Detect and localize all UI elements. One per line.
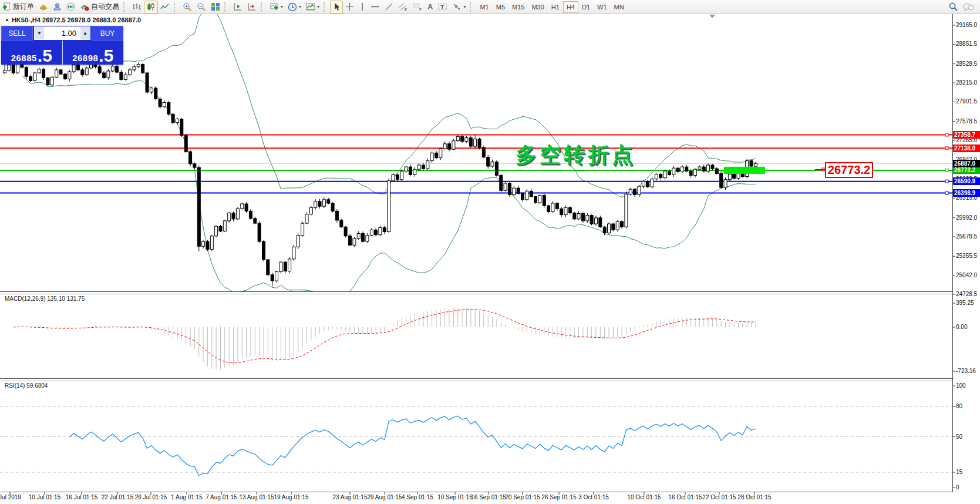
rsi-axis-label: 50	[956, 434, 962, 440]
price-axis-label: 25992.0	[956, 214, 977, 221]
cursor-icon	[332, 2, 341, 11]
zoom-in-icon	[183, 2, 192, 12]
toolbar-grip	[324, 2, 328, 12]
sell-button[interactable]: SELL	[1, 26, 33, 41]
cursor-tool-button[interactable]	[330, 1, 343, 14]
buy-price-main: 26898	[72, 53, 98, 63]
crosshair-tool-button[interactable]	[343, 1, 356, 14]
volume-decrease-button[interactable]: ▼	[34, 26, 45, 40]
callout-connector	[815, 169, 825, 170]
zoom-in-button[interactable]	[180, 1, 194, 14]
tf-m1[interactable]: M1	[476, 1, 492, 13]
tf-m30[interactable]: M30	[528, 1, 547, 13]
autoscroll-icon	[247, 2, 257, 11]
chart-shift-button[interactable]	[231, 1, 245, 14]
line-anchor	[945, 147, 948, 150]
time-axis-label: 26 Jul 01:15	[135, 494, 167, 500]
equidistant-channel-icon: E	[398, 2, 408, 11]
panel-separator[interactable]	[0, 378, 952, 379]
zoom-out-icon	[197, 2, 206, 12]
time-axis-label: 4 Sep 01:15	[402, 494, 433, 500]
time-axis-label: Jul 2019	[0, 494, 21, 500]
text-label-icon: T	[437, 2, 447, 11]
profiles-dropdown[interactable]: ▾	[285, 1, 304, 14]
price-callout-label[interactable]: 26773.2	[825, 162, 873, 178]
panel-separator	[0, 381, 952, 381]
rsi-indicator-label: RSI(14) 59.6804	[5, 382, 48, 389]
text-tool-button[interactable]: A	[425, 1, 435, 14]
text-tool-icon: A	[427, 2, 433, 11]
tf-h4[interactable]: H4	[563, 1, 578, 13]
fibonacci-tool-button[interactable]: F	[410, 1, 425, 14]
volume-input[interactable]: 1.00	[45, 26, 80, 40]
tf-d1[interactable]: D1	[578, 1, 594, 13]
price-axis-label: 25042.0	[956, 272, 977, 278]
toolbar-grip	[261, 2, 265, 12]
chat-button[interactable]	[961, 1, 976, 14]
line-chart-button[interactable]	[158, 1, 172, 14]
toolbar-grip	[224, 2, 228, 12]
volume-increase-button[interactable]: ▲	[80, 26, 90, 40]
tf-m5[interactable]: M5	[493, 1, 508, 13]
candlestick-chart-icon	[146, 2, 156, 11]
buy-price[interactable]: 26898 .5	[63, 41, 124, 65]
time-axis-label: 13 Aug 01:15	[240, 494, 274, 500]
autoscroll-button[interactable]	[245, 1, 259, 14]
trendline-tool-button[interactable]	[382, 1, 396, 14]
time-axis-label: 22 Oct 01:15	[702, 494, 736, 500]
time-axis-label: 1 Aug 01:15	[171, 494, 202, 500]
time-axis-label: 16 Oct 01:15	[668, 494, 702, 500]
metaquotes-button[interactable]	[36, 1, 50, 14]
panel-separator[interactable]	[0, 291, 952, 292]
autotrade-button[interactable]: 自动交易	[78, 1, 122, 14]
price-axis-label: 27578.5	[956, 118, 977, 125]
vertical-line-icon	[359, 2, 366, 11]
price-axis-label: 28851.5	[956, 41, 977, 47]
time-axis-border	[0, 492, 952, 492]
panel-separator	[0, 294, 952, 294]
sell-price[interactable]: 26885 .5	[1, 41, 63, 65]
candle-chart-button[interactable]	[144, 1, 158, 14]
hline-tool-button[interactable]	[368, 1, 382, 14]
toolbar-grip	[174, 2, 178, 12]
time-axis-label: 23 Aug 01:15	[333, 494, 368, 500]
tile-windows-button[interactable]	[208, 1, 223, 14]
tf-h1[interactable]: H1	[548, 1, 563, 13]
rsi-axis-label: 0	[956, 484, 959, 490]
indicators-icon	[306, 2, 315, 11]
arrows-shapes-icon	[452, 2, 462, 11]
main-toolbar: 新订单 自动交易	[0, 0, 980, 14]
tf-m15[interactable]: M15	[508, 1, 528, 13]
news-signal-icon	[66, 2, 75, 11]
news-button[interactable]	[64, 1, 78, 14]
vline-tool-button[interactable]	[356, 1, 368, 14]
buy-button[interactable]: BUY	[92, 26, 123, 41]
price-axis-label: 28215.0	[956, 79, 977, 86]
search-button[interactable]	[946, 1, 961, 14]
channel-tool-button[interactable]: E	[396, 1, 410, 14]
metaquotes-icon	[39, 3, 48, 11]
macd-indicator-label: MACD(12,26,9) 135.10 131.75	[5, 295, 85, 302]
label-tool-button[interactable]: T	[435, 1, 450, 14]
time-axis-label: 16 Sep 01:15	[471, 494, 506, 500]
tf-w1[interactable]: W1	[594, 1, 611, 13]
new-chart-dropdown[interactable]: ▾	[267, 1, 285, 14]
panel-collapse-icon[interactable]: ▲	[5, 17, 9, 22]
zoom-out-button[interactable]	[194, 1, 208, 14]
bar-chart-button[interactable]	[130, 1, 144, 14]
volume-stepper: ▼ 1.00 ▲	[34, 26, 90, 40]
bar-chart-icon	[132, 2, 142, 11]
indicators-dropdown[interactable]: ▾	[304, 1, 322, 14]
price-tag: 26398.9	[953, 189, 980, 197]
buy-price-frac: .5	[99, 49, 113, 63]
community-button[interactable]	[50, 1, 64, 14]
bollinger-upper-band	[22, 6, 756, 197]
price-axis-border	[952, 14, 953, 492]
tf-mn[interactable]: MN	[611, 1, 628, 13]
new-order-button[interactable]: 新订单	[0, 1, 36, 14]
rsi-axis-label: 80	[956, 403, 962, 409]
chart-shift-marker-icon[interactable]	[709, 15, 715, 18]
shapes-dropdown[interactable]: ▾	[450, 1, 468, 14]
price-chart-canvas[interactable]	[0, 0, 980, 504]
price-axis-label: 27901.5	[956, 98, 977, 105]
